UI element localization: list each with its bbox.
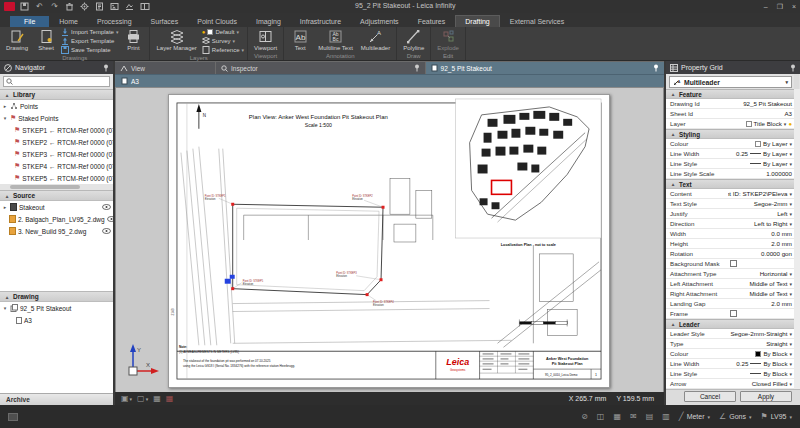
dropdown-arrow-icon[interactable]: ▾ [789, 191, 792, 197]
close-button[interactable]: × [792, 3, 796, 11]
sheet-view-button[interactable]: ▢▾ [137, 394, 148, 404]
units-selector[interactable]: ╱ Meter ▾ [679, 412, 710, 421]
tree-item-staked-point[interactable]: ⚑ STKEP2 ← RTCM-Ref 0000 (07/10 [0, 136, 113, 148]
tab-inspector[interactable]: Inspector [216, 62, 425, 74]
dropdown-arrow-icon[interactable]: ▾ [789, 201, 792, 207]
save-icon[interactable] [19, 2, 30, 11]
dropdown-arrow-icon[interactable]: ▾ [789, 341, 792, 347]
print-button[interactable]: Print [120, 28, 146, 54]
default-layer-select[interactable]: ● Default▾ [202, 28, 244, 36]
dropdown-arrow-icon[interactable]: ▾ [789, 271, 792, 277]
text-button[interactable]: Ab Text [287, 28, 313, 52]
dropdown-arrow-icon[interactable]: ▾ [789, 221, 792, 227]
status-window-icon[interactable]: ◫ [597, 412, 605, 421]
dropdown-arrow-icon[interactable]: ▾ [789, 161, 792, 167]
dropdown-arrow-icon[interactable]: ▾ [789, 361, 792, 367]
checkbox[interactable] [730, 260, 737, 267]
pin-icon[interactable] [414, 64, 420, 72]
dropdown-arrow-icon[interactable]: ▾ [784, 121, 787, 127]
dropdown-arrow-icon[interactable]: ▾ [789, 331, 792, 337]
library-section-header[interactable]: ▴Library [0, 89, 113, 100]
multileader-button[interactable]: A Multileader [358, 28, 393, 52]
ribbon-tab[interactable]: Point Clouds [188, 16, 246, 27]
drawing-sheet-paper[interactable]: N Plan View: Anker West Foundation Pit S… [168, 94, 610, 388]
bulb-icon[interactable]: ● [788, 121, 792, 127]
tree-item-dwg-2[interactable]: 3. New_Build 95_2.dwg [0, 225, 113, 237]
expander-icon[interactable]: ▾ [2, 115, 8, 121]
tree-item-points[interactable]: ▸ Points [0, 100, 113, 112]
status-archive-icon[interactable]: ▥ [662, 412, 670, 421]
property-value[interactable]: Segoe-2mm ▾ ● [728, 200, 794, 207]
minimize-button[interactable]: – [764, 3, 768, 11]
property-grid-scrollbar[interactable] [794, 74, 799, 89]
property-value[interactable]: Title Block ▾ ● [728, 120, 794, 127]
ribbon-tab[interactable]: Surfaces [142, 16, 188, 27]
ribbon-tab[interactable]: Infrastructure [291, 16, 350, 27]
status-grid-icon[interactable]: ▦ [613, 412, 621, 421]
source-section-header[interactable]: ▴Source [0, 190, 113, 201]
polyline-button[interactable]: Polyline [400, 28, 427, 52]
section-header-feature[interactable]: ▴Feature [666, 89, 794, 99]
tree-item-stakeout[interactable]: ▸ Stakeout [0, 201, 113, 213]
dropdown-arrow-icon[interactable]: ▾ [789, 281, 792, 287]
ribbon-tab[interactable]: External Services [501, 16, 573, 27]
export-tool-icon[interactable] [124, 2, 135, 11]
property-value[interactable]: Horizontal ▾ ● [728, 270, 794, 277]
image-icon[interactable] [109, 2, 120, 11]
property-value[interactable]: 2.0 mm ▾ ● [728, 300, 794, 307]
expander-icon[interactable]: ▾ [2, 305, 8, 311]
settings-gear-icon[interactable] [79, 2, 90, 11]
section-header-leader[interactable]: ▴Leader [666, 319, 794, 329]
property-value[interactable]: 0.25 By Block ▾ ● [728, 360, 794, 367]
property-value[interactable]: Left to Right ▾ ● [728, 220, 794, 227]
ribbon-tab[interactable]: Adjustments [351, 16, 408, 27]
property-value[interactable]: By Layer ▾ ● [728, 160, 794, 167]
visibility-eye-icon[interactable] [107, 216, 113, 223]
property-value[interactable]: ▾ ● [728, 260, 794, 267]
drawing-section-header[interactable]: ▴Drawing [0, 291, 113, 302]
save-template-button[interactable]: Save Template [61, 46, 118, 54]
dropdown-arrow-icon[interactable]: ▾ [789, 381, 792, 387]
crs-selector[interactable]: ⚑ LV95 ▾ [760, 412, 792, 421]
tree-item-staked-point[interactable]: ⚑ STKEP3 ← RTCM-Ref 0000 (07/10 [0, 148, 113, 160]
pin-icon[interactable] [790, 64, 796, 72]
library-horizontal-scrollbar[interactable] [0, 184, 113, 190]
pin-icon[interactable] [103, 64, 109, 72]
feature-type-select[interactable]: A Multileader ▾ [669, 76, 792, 88]
status-report-icon[interactable]: ▤ [646, 412, 654, 421]
undo-icon[interactable]: ↶ [34, 2, 45, 11]
property-value[interactable]: Left ▾ ● [728, 210, 794, 217]
expander-icon[interactable]: ▸ [2, 103, 8, 109]
import-template-button[interactable]: Import Template▾ [61, 28, 118, 36]
ribbon-tab[interactable]: File [10, 16, 49, 27]
navigator-search-input[interactable] [15, 79, 107, 85]
tree-item-sheet-a3[interactable]: A3 [0, 314, 113, 326]
property-value[interactable]: Straight ▾ ● [728, 340, 794, 347]
snap-grid-button[interactable]: ▦ [166, 394, 174, 404]
ribbon-tab[interactable]: Home [50, 16, 87, 27]
ribbon-tab[interactable]: Processing [88, 16, 141, 27]
property-value[interactable]: Middle of Text ▾ ● [728, 290, 794, 297]
property-value[interactable]: 0.0 mm ▾ ● [728, 230, 794, 237]
cancel-button[interactable]: Cancel [684, 391, 736, 402]
apply-button[interactable]: Apply [740, 391, 792, 402]
explode-button[interactable]: Explode [434, 28, 462, 52]
sheet-button[interactable]: Sheet [33, 28, 59, 54]
property-value[interactable]: 92_5 Pit Stakeout ▾ ● [728, 100, 794, 107]
property-value[interactable]: 2.0 mm ▾ ● [728, 240, 794, 247]
property-value[interactable]: 0.0000 gon ▾ ● [728, 250, 794, 257]
property-value[interactable]: ▾ ● [728, 310, 794, 317]
dropdown-arrow-icon[interactable]: ▾ [789, 141, 792, 147]
property-value[interactable]: By Block ▾ ● [728, 370, 794, 377]
dropdown-arrow-icon[interactable]: ▾ [789, 151, 792, 157]
tree-item-staked-points[interactable]: ▾ ⚑ Staked Points [0, 112, 113, 124]
status-message-icon[interactable]: ✉ [630, 412, 637, 421]
angle-units-selector[interactable]: ∠ Gons ▾ [719, 412, 751, 421]
panel-toggle-icon[interactable] [8, 413, 18, 421]
viewport-button[interactable]: Viewport [251, 28, 280, 52]
report-icon[interactable] [94, 2, 105, 11]
section-header-styling[interactable]: ▴Styling [666, 129, 794, 139]
window-layout-icon[interactable] [139, 2, 150, 11]
tree-item-staked-point[interactable]: ⚑ STKEP4 ← RTCM-Ref 0000 (07/10 [0, 160, 113, 172]
property-value[interactable]: Point ID: STKEP2\PEleva ▾ ● [728, 190, 794, 197]
